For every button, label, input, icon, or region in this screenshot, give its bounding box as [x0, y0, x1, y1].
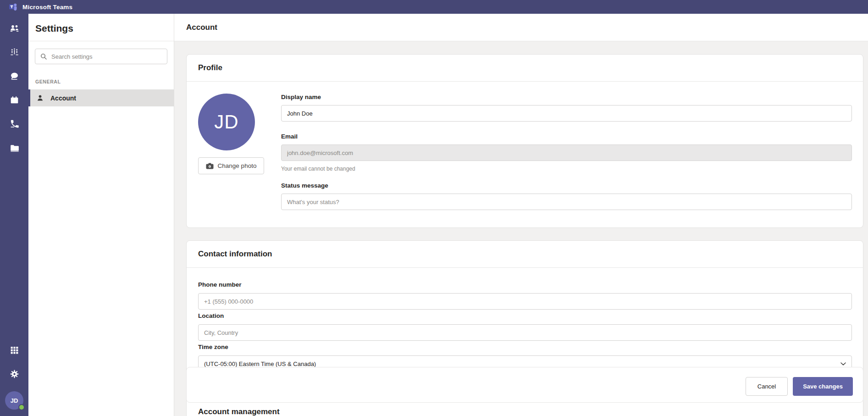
rail-item-apps[interactable]	[0, 338, 28, 362]
people-icon	[9, 23, 20, 34]
rail-item-activity[interactable]	[0, 40, 28, 64]
activity-icon	[9, 47, 20, 58]
rail-item-chat[interactable]	[0, 64, 28, 88]
contact-card-title: Contact information	[198, 250, 272, 259]
main-area: Account Profile JD	[174, 14, 868, 416]
location-field[interactable]	[198, 324, 852, 341]
rail-item-files[interactable]	[0, 136, 28, 160]
main-header: Account	[174, 14, 868, 41]
rail-item-calendar[interactable]	[0, 88, 28, 112]
display-name-label: Display name	[281, 94, 852, 100]
location-label: Location	[198, 312, 852, 319]
chevron-down-icon	[840, 362, 846, 366]
settings-panel: Settings GENERAL Account	[28, 14, 174, 416]
email-field	[281, 144, 852, 161]
app-title: Microsoft Teams	[22, 4, 72, 11]
teams-app-window: Microsoft Teams	[0, 0, 868, 416]
change-photo-label: Change photo	[218, 162, 257, 169]
contact-card-body: Phone number Location Time zone (UTC-05:…	[187, 268, 863, 383]
page-title: Account	[186, 23, 217, 32]
presence-indicator	[18, 404, 25, 410]
files-icon	[9, 142, 20, 154]
email-label: Email	[281, 133, 852, 140]
settings-search-input[interactable]	[51, 53, 162, 60]
calls-icon	[9, 118, 20, 130]
calendar-icon	[9, 94, 20, 106]
email-help-text: Your email cannot be changed	[281, 166, 852, 172]
timezone-selected-value: (UTC-05:00) Eastern Time (US & Canada)	[204, 361, 316, 367]
profile-card: Profile JD	[186, 54, 863, 228]
settings-panel-header: Settings	[28, 14, 174, 41]
person-icon	[36, 94, 44, 102]
avatar-column: JD Change photo	[198, 94, 281, 210]
cancel-button[interactable]: Cancel	[746, 377, 788, 396]
settings-section-general: GENERAL	[35, 79, 174, 84]
settings-search[interactable]	[35, 49, 167, 64]
save-changes-button[interactable]: Save changes	[793, 377, 853, 396]
profile-card-title: Profile	[198, 63, 222, 72]
profile-fields: Display name Email Your email cannot be …	[281, 94, 852, 210]
change-photo-button[interactable]: Change photo	[198, 157, 264, 174]
display-name-field[interactable]	[281, 105, 852, 122]
rail-item-settings[interactable]	[0, 362, 28, 386]
account-management-title: Account management	[198, 407, 280, 416]
rail-user-avatar[interactable]: JD	[5, 391, 23, 410]
save-bar: Cancel Save changes	[186, 367, 863, 403]
profile-avatar-initials: JD	[214, 111, 238, 133]
phone-number-label: Phone number	[198, 281, 852, 288]
profile-avatar: JD	[198, 94, 255, 150]
rail-item-calls[interactable]	[0, 112, 28, 136]
contact-card-header: Contact information	[187, 241, 863, 268]
settings-title: Settings	[35, 23, 174, 34]
status-message-field[interactable]	[281, 194, 852, 210]
apps-grid-icon	[9, 344, 20, 356]
sidebar-item-account[interactable]: Account	[28, 89, 174, 106]
camera-icon	[206, 163, 214, 169]
rail-item-teams[interactable]	[0, 17, 28, 40]
profile-card-body: JD Change photo	[187, 82, 863, 210]
profile-card-header: Profile	[187, 55, 863, 82]
status-message-label: Status message	[281, 182, 852, 189]
phone-number-field[interactable]	[198, 293, 852, 310]
chat-icon	[9, 71, 20, 82]
teams-logo-icon	[8, 2, 17, 11]
timezone-label: Time zone	[198, 344, 852, 350]
settings-gear-icon	[9, 368, 20, 380]
title-bar: Microsoft Teams	[0, 0, 868, 14]
app-rail: JD	[0, 14, 28, 416]
main-content: Profile JD	[174, 41, 868, 416]
contact-info-card: Contact information Phone number Locatio…	[186, 240, 863, 384]
sidebar-item-account-label: Account	[50, 94, 76, 102]
search-icon	[40, 53, 47, 60]
avatar-initials: JD	[11, 397, 18, 404]
